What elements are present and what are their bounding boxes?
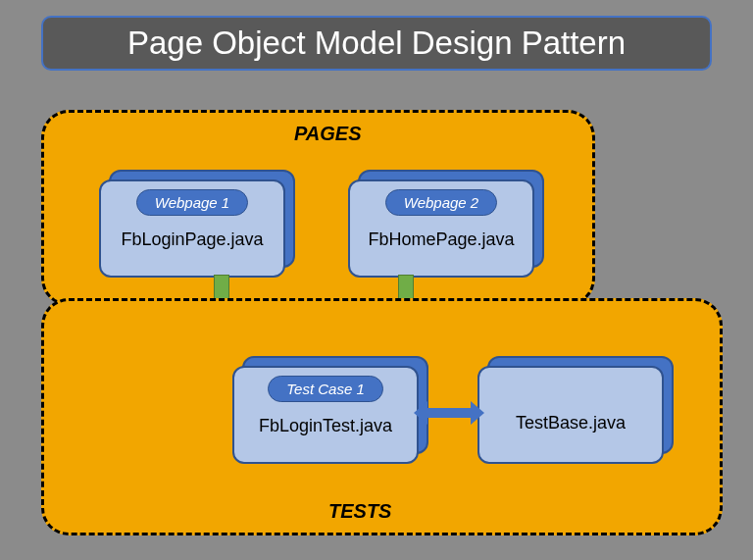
- card-front: Test Case 1 FbLoginTest.java: [232, 366, 419, 464]
- diagram-title: Page Object Model Design Pattern: [127, 25, 626, 62]
- testcase1-text: FbLoginTest.java: [259, 416, 392, 436]
- testbase-text: TestBase.java: [516, 413, 626, 433]
- card-front: Webpage 2 FbHomePage.java: [348, 179, 534, 278]
- card-front: TestBase.java: [477, 366, 664, 464]
- webpage2-pill: Webpage 2: [385, 189, 497, 216]
- tests-group: TESTS Test Case 1 FbLoginTest.java TestB…: [41, 298, 723, 535]
- testcase1-pill: Test Case 1: [268, 376, 383, 402]
- pages-group: PAGES Webpage 1 FbLoginPage.java Webpage…: [41, 110, 595, 306]
- card-front: Webpage 1 FbLoginPage.java: [99, 179, 285, 278]
- webpage1-text: FbLoginPage.java: [121, 229, 263, 250]
- tests-label: TESTS: [328, 500, 391, 523]
- webpage2-text: FbHomePage.java: [368, 229, 514, 250]
- arrow-test-to-testbase: [427, 408, 471, 418]
- webpage1-pill: Webpage 1: [136, 189, 248, 216]
- title-bar: Page Object Model Design Pattern: [41, 16, 712, 71]
- pages-label: PAGES: [294, 123, 362, 145]
